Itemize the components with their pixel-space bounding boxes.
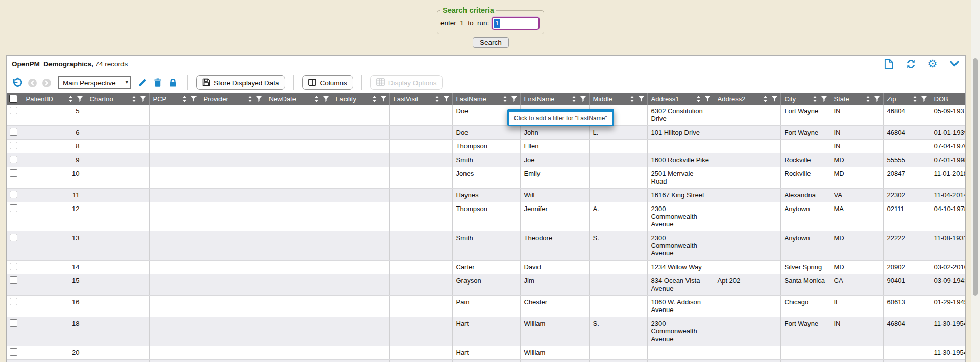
cell-address2: [714, 153, 780, 167]
sort-icon[interactable]: [248, 96, 252, 102]
cell-facility: [332, 261, 389, 274]
sort-icon[interactable]: [182, 96, 187, 102]
sort-icon[interactable]: [572, 96, 576, 102]
cell-zip: [883, 360, 930, 362]
row-checkbox[interactable]: [10, 191, 17, 198]
cell-pcp: [149, 360, 200, 362]
sort-icon[interactable]: [314, 96, 319, 102]
cell-provider: [200, 346, 265, 360]
column-header-new_date[interactable]: NewDate: [265, 93, 332, 105]
row-checkbox[interactable]: [10, 319, 17, 327]
filter-icon[interactable]: [323, 96, 329, 102]
sort-icon[interactable]: [435, 96, 439, 102]
filter-icon[interactable]: [191, 96, 197, 102]
column-header-dob[interactable]: DOB: [930, 93, 965, 105]
cell-provider: [200, 153, 265, 167]
cell-facility: [332, 317, 389, 346]
save-icon: [202, 78, 210, 88]
column-header-zip[interactable]: Zip: [883, 93, 930, 105]
filter-icon[interactable]: [444, 96, 449, 102]
row-checkbox[interactable]: [10, 234, 17, 241]
column-header-state[interactable]: State: [830, 93, 883, 105]
column-header-last_visit[interactable]: LastVisit: [389, 93, 452, 105]
filter-icon[interactable]: [511, 96, 517, 102]
filter-icon[interactable]: [580, 96, 586, 102]
row-checkbox[interactable]: [10, 276, 17, 284]
row-checkbox[interactable]: [10, 298, 17, 305]
row-checkbox[interactable]: [10, 156, 17, 163]
sort-icon[interactable]: [866, 96, 870, 102]
table-row: 10JonesEmily2501 Merrvale RoadRockvilleM…: [7, 167, 965, 189]
cell-facility: [332, 202, 389, 231]
vertical-scrollbar[interactable]: [971, 0, 980, 362]
filter-icon[interactable]: [705, 96, 710, 102]
filter-icon[interactable]: [874, 96, 880, 102]
sort-icon[interactable]: [372, 96, 377, 102]
sort-icon[interactable]: [68, 96, 73, 102]
sort-icon[interactable]: [630, 96, 634, 102]
cell-chartno: [86, 346, 149, 360]
cell-middle: [589, 346, 647, 360]
column-header-provider[interactable]: Provider: [200, 93, 265, 105]
filter-icon[interactable]: [821, 96, 827, 102]
filter-icon[interactable]: [921, 96, 927, 102]
filter-icon[interactable]: [381, 96, 386, 102]
sort-icon[interactable]: [763, 96, 768, 102]
sort-icon[interactable]: [696, 96, 701, 102]
filter-icon[interactable]: [140, 96, 146, 102]
cell-last_visit: [389, 105, 452, 126]
sort-icon[interactable]: [813, 96, 817, 102]
column-header-address1[interactable]: Address1: [647, 93, 714, 105]
cell-dob: [930, 360, 965, 362]
column-header-last_name[interactable]: LastName: [452, 93, 520, 105]
column-header-chartno[interactable]: Chartno: [86, 93, 149, 105]
cell-pcp: [149, 126, 200, 140]
gear-icon[interactable]: ⚙: [927, 58, 938, 69]
row-checkbox[interactable]: [10, 204, 17, 212]
scrollbar-thumb[interactable]: [973, 58, 978, 296]
column-header-address2[interactable]: Address2: [714, 93, 780, 105]
trash-icon[interactable]: [152, 76, 164, 89]
prev-icon: [26, 76, 38, 89]
columns-button[interactable]: Columns: [302, 75, 353, 90]
cell-dob: 03-09-1943: [930, 274, 965, 296]
new-page-icon[interactable]: [883, 58, 894, 69]
sort-icon[interactable]: [132, 96, 136, 102]
cell-patient_id: 5: [22, 105, 86, 126]
column-header-facility[interactable]: Facility: [332, 93, 389, 105]
cell-facility: [332, 274, 389, 296]
filter-icon[interactable]: [639, 96, 644, 102]
column-header-middle[interactable]: Middle: [589, 93, 647, 105]
sort-icon[interactable]: [913, 96, 917, 102]
cell-address1: 834 Ocean Vista Avenue: [647, 274, 714, 296]
cell-city: Fort Wayne: [780, 105, 830, 126]
chevron-down-icon[interactable]: [949, 58, 960, 69]
table-row: 18HartWilliamS.2300 Commonwealth AvenueF…: [7, 317, 965, 346]
store-displayed-data-button[interactable]: Store Displayed Data: [196, 75, 285, 90]
row-checkbox[interactable]: [10, 348, 17, 356]
select-all-checkbox[interactable]: [9, 95, 17, 103]
row-checkbox[interactable]: [10, 263, 17, 270]
cell-first_name: Ellen: [520, 140, 589, 153]
column-header-city[interactable]: City: [780, 93, 830, 105]
filter-icon[interactable]: [772, 96, 777, 102]
column-header-patient_id[interactable]: PatientID: [22, 93, 86, 105]
refresh-icon[interactable]: [905, 58, 916, 69]
filter-icon[interactable]: [256, 96, 262, 102]
undo-icon[interactable]: [11, 76, 23, 89]
row-checkbox[interactable]: [10, 128, 17, 136]
row-checkbox[interactable]: [10, 169, 17, 177]
run-input[interactable]: 1: [492, 17, 540, 30]
column-header-first_name[interactable]: FirstName: [520, 93, 589, 105]
filter-icon[interactable]: [77, 96, 83, 102]
cell-city: [780, 346, 830, 360]
cell-provider: [200, 105, 265, 126]
pencil-icon[interactable]: [136, 76, 149, 89]
column-header-pcp[interactable]: PCP: [149, 93, 200, 105]
row-checkbox[interactable]: [10, 142, 17, 149]
lock-icon[interactable]: [167, 76, 179, 89]
sort-icon[interactable]: [503, 96, 507, 102]
row-checkbox[interactable]: [10, 107, 17, 114]
search-button[interactable]: Search: [473, 37, 509, 48]
perspective-select[interactable]: Main Perspective: [58, 76, 131, 89]
